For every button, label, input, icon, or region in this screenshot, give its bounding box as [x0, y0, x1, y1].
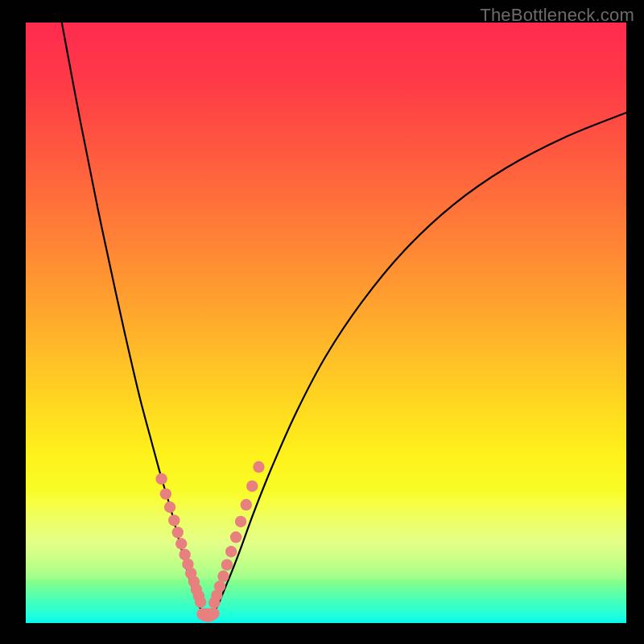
data-marker	[175, 538, 187, 549]
data-marker	[221, 559, 233, 570]
markers-trough	[196, 608, 220, 622]
data-marker	[172, 526, 184, 538]
data-marker	[253, 461, 264, 473]
chart-frame: TheBottleneck.com	[0, 0, 644, 644]
data-marker	[214, 580, 225, 592]
curve-left	[62, 23, 203, 613]
data-marker	[217, 571, 229, 582]
data-marker	[230, 531, 242, 543]
data-marker	[195, 597, 206, 608]
data-marker	[208, 608, 219, 619]
curve-right	[213, 113, 626, 613]
chart-svg	[26, 23, 626, 623]
data-marker	[241, 499, 252, 510]
markers-right-arm	[208, 461, 265, 609]
data-marker	[160, 488, 171, 499]
data-marker	[225, 546, 237, 557]
data-marker	[235, 516, 246, 527]
watermark-text: TheBottleneck.com	[480, 5, 634, 26]
markers-left-arm	[155, 473, 206, 608]
data-marker	[164, 502, 175, 513]
data-marker	[155, 473, 167, 485]
data-marker	[246, 481, 258, 492]
data-marker	[168, 514, 180, 526]
